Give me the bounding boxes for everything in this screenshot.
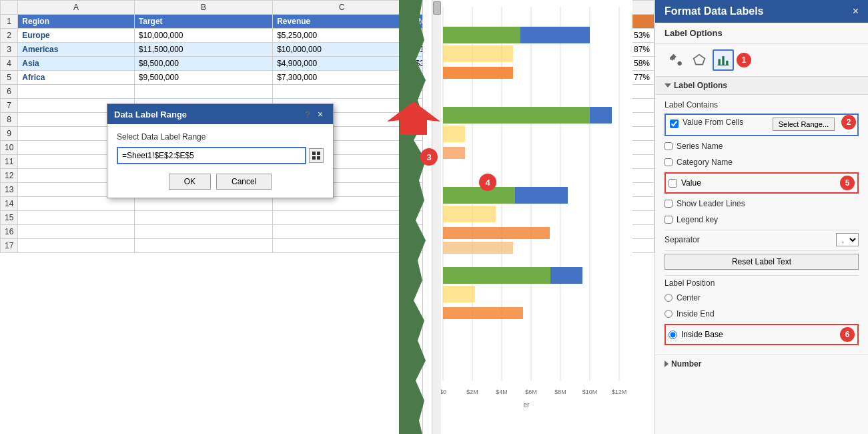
show-leader-lines-checkbox[interactable] — [665, 200, 673, 208]
dialog-body-label: Select Data Label Range — [117, 132, 324, 142]
select-range-button[interactable]: Select Range... — [773, 118, 835, 131]
label-contains-title: Label Contains — [665, 100, 859, 110]
value-from-cells-container: Value From Cells Select Range... 2 — [665, 114, 859, 136]
value-from-cells-checkbox[interactable] — [670, 120, 679, 128]
value-label: Value — [681, 178, 701, 188]
label-options-section-header[interactable]: Label Options — [655, 77, 868, 95]
series-name-label: Series Name — [677, 142, 723, 151]
section-body: Label Contains Value From Cells Select R… — [655, 95, 868, 355]
tab-icons-row: 1 — [655, 44, 868, 77]
svg-marker-33 — [387, 101, 440, 135]
inside-end-label: Inside End — [677, 309, 715, 318]
dialog-buttons: OK Cancel — [117, 174, 324, 190]
tab-pentagon-icon[interactable] — [689, 49, 710, 71]
dialog-title: Data Label Range — [114, 110, 187, 120]
pentagon-svg — [693, 53, 706, 67]
divider-3 — [665, 275, 859, 276]
badge-2: 2 — [841, 115, 856, 130]
series-name-row: Series Name — [665, 140, 859, 152]
data-label-range-input[interactable] — [117, 147, 306, 164]
category-name-row: Category Name — [665, 156, 859, 168]
svg-rect-37 — [317, 156, 320, 160]
category-name-label: Category Name — [677, 158, 733, 167]
sidebar-content: Label Options — [655, 23, 868, 434]
badge-3: 3 — [420, 148, 438, 166]
paint-bucket-svg — [669, 53, 682, 67]
dialog-overlay: Data Label Range ? × Select Data Label R… — [0, 0, 655, 434]
show-leader-lines-row: Show Leader Lines — [665, 198, 859, 210]
dialog-help-icon[interactable]: ? — [305, 110, 310, 120]
inside-base-label: Inside Base — [681, 330, 723, 339]
dialog-titlebar: Data Label Range ? × — [107, 104, 333, 124]
divider-1 — [665, 230, 859, 230]
center-row: Center — [665, 292, 859, 304]
inside-base-row-highlighted: Inside Base 6 — [665, 324, 859, 345]
collapse-triangle — [665, 83, 671, 87]
badge-4: 4 — [479, 174, 496, 191]
dialog-title-icons: ? × — [305, 108, 326, 120]
label-options-header: Label Options — [655, 23, 868, 44]
svg-rect-35 — [317, 152, 320, 155]
legend-key-row: Legend key — [665, 214, 859, 226]
svg-rect-41 — [726, 61, 728, 65]
number-label: Number — [671, 359, 701, 369]
label-position-title: Label Position — [665, 278, 859, 288]
svg-rect-39 — [719, 59, 721, 65]
legend-key-label: Legend key — [677, 215, 718, 224]
number-section[interactable]: Number — [655, 355, 868, 373]
badge-1: 1 — [737, 53, 751, 67]
badge-6: 6 — [840, 327, 855, 342]
format-data-labels-panel: Format Data Labels × Label Options — [655, 0, 868, 434]
separator-row: Separator , ; - — [665, 233, 859, 246]
center-label: Center — [677, 293, 701, 302]
section-label-options-title: Label Options — [674, 81, 727, 90]
grid-icon — [312, 151, 321, 160]
center-radio[interactable] — [665, 294, 673, 302]
bar-chart-tab-svg — [717, 53, 730, 67]
sidebar-header: Format Data Labels × — [655, 0, 868, 23]
data-label-range-dialog: Data Label Range ? × Select Data Label R… — [107, 103, 334, 198]
sidebar-close-button[interactable]: × — [853, 5, 859, 17]
legend-key-checkbox[interactable] — [665, 216, 673, 224]
separator-label: Separator — [665, 235, 832, 244]
value-from-cells-label: Value From Cells — [683, 118, 769, 128]
reset-label-text-button[interactable]: Reset Label Text — [665, 254, 859, 270]
inside-end-row: Inside End — [665, 308, 859, 320]
cancel-button[interactable]: Cancel — [216, 174, 272, 190]
arrow-indicator — [380, 101, 447, 137]
svg-rect-34 — [312, 152, 316, 155]
range-selector-icon[interactable] — [309, 148, 324, 163]
svg-rect-36 — [312, 156, 316, 160]
badge-5: 5 — [840, 176, 855, 190]
dialog-input-row — [117, 147, 324, 164]
red-arrow-svg — [380, 101, 447, 135]
tab-chart-icon[interactable] — [713, 49, 734, 71]
sidebar-title: Format Data Labels — [665, 5, 763, 17]
separator-select[interactable]: , ; - — [836, 233, 859, 246]
value-row-highlighted: Value 5 — [665, 172, 859, 194]
divider-2 — [665, 250, 859, 251]
number-expand-icon — [665, 361, 669, 367]
svg-marker-38 — [694, 55, 705, 65]
ok-button[interactable]: OK — [169, 174, 211, 190]
dialog-close-button[interactable]: × — [314, 108, 326, 120]
inside-end-radio[interactable] — [665, 310, 673, 318]
series-name-checkbox[interactable] — [665, 142, 673, 150]
svg-rect-40 — [722, 56, 724, 65]
value-checkbox[interactable] — [669, 179, 677, 188]
tab-paint-icon[interactable] — [665, 49, 686, 71]
show-leader-lines-label: Show Leader Lines — [677, 199, 745, 208]
category-name-checkbox[interactable] — [665, 158, 673, 166]
dialog-body: Select Data Label Range — [107, 124, 333, 198]
inside-base-radio[interactable] — [669, 331, 677, 339]
